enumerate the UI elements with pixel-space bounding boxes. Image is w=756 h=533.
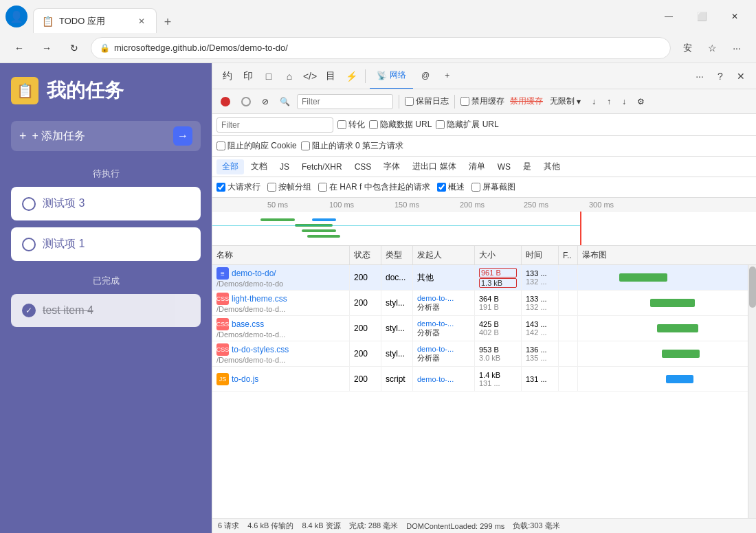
preserve-log-checkbox[interactable] — [405, 97, 414, 106]
tab-at[interactable]: @ — [414, 63, 436, 89]
title-bar: 👤 📋 TODO 应用 ✕ + — ⬜ ✕ — [0, 0, 756, 33]
export-har-button[interactable]: ↑ — [603, 94, 615, 109]
cell-waterfall — [578, 291, 748, 315]
type-ws-button[interactable]: WS — [492, 159, 516, 174]
nav-right-icons: 安 ☆ ··· — [676, 37, 748, 59]
hide-ext-url-checkbox[interactable] — [436, 120, 445, 129]
back-button[interactable]: ← — [8, 37, 30, 59]
wf-bar — [657, 324, 698, 332]
devtools-more-button[interactable]: ··· — [690, 67, 709, 86]
invert-checkbox[interactable] — [337, 120, 346, 129]
type-filter-bar: 阻止的响应 Cookie 阻止的请求 0 第三方请求 — [212, 136, 756, 157]
blocked-requests-label: 阻止的请求 0 第三方请求 — [301, 140, 403, 152]
filter-input[interactable] — [297, 94, 393, 109]
clear-icon — [241, 97, 251, 106]
favorites-button[interactable]: ☆ — [701, 37, 723, 59]
tab-plus[interactable]: + — [438, 63, 456, 89]
url-filter-input[interactable] — [216, 117, 333, 133]
list-item[interactable]: ✓ test item 4 — [11, 294, 201, 327]
task-checkbox-checked[interactable]: ✓ — [22, 304, 36, 317]
table-row[interactable]: CSS light-theme.css /Demos/demo-to-d... … — [212, 291, 748, 316]
task-text: 测试项 3 — [43, 196, 85, 211]
task-checkbox[interactable] — [22, 238, 36, 251]
devtools-memory-tab[interactable]: ⚡ — [342, 67, 361, 86]
devtools-home-tab[interactable]: ⌂ — [280, 67, 299, 86]
active-tab[interactable]: 📋 TODO 应用 ✕ — [33, 8, 157, 33]
large-rows-text: 大请求行 — [227, 181, 260, 193]
doc-icon: ≡ — [216, 267, 229, 280]
new-tab-button[interactable]: + — [157, 11, 179, 33]
type-font-button[interactable]: 字体 — [378, 159, 405, 174]
throttle-dropdown[interactable]: 无限制 ▾ — [546, 94, 585, 109]
cell-time: 133 ... 132 ... — [522, 265, 559, 290]
type-js-button[interactable]: JS — [274, 159, 295, 174]
type-fetch-button[interactable]: Fetch/XHR — [296, 159, 348, 174]
overview-checkbox[interactable] — [437, 183, 446, 192]
add-task-button[interactable]: + + 添加任务 → — [11, 121, 201, 151]
blocked-requests-checkbox[interactable] — [301, 141, 310, 150]
table-row[interactable]: CSS base.css /Demos/demo-to-d... 200 sty… — [212, 316, 748, 341]
task-checkbox[interactable] — [22, 197, 36, 211]
search-button[interactable]: 🔍 — [276, 94, 294, 109]
restore-button[interactable]: ⬜ — [686, 4, 718, 29]
refresh-button[interactable]: ↻ — [63, 37, 85, 59]
clear-button[interactable] — [237, 94, 255, 109]
type-other-button[interactable]: 其他 — [538, 159, 566, 174]
screenshots-checkbox[interactable] — [471, 183, 480, 192]
wf-bar — [666, 375, 693, 383]
todo-app-icon: 📋 — [11, 77, 38, 104]
forward-button[interactable]: → — [36, 37, 58, 59]
size-primary: 953 B — [479, 345, 517, 354]
devtools-elements-tab[interactable]: </> — [300, 67, 320, 86]
list-item[interactable]: 测试项 1 — [11, 227, 201, 261]
settings-button[interactable]: ⚙ — [633, 94, 649, 109]
task-text-completed: test item 4 — [43, 304, 93, 317]
scrollbar-track[interactable] — [748, 265, 756, 518]
table-row[interactable]: CSS to-do-styles.css /Demos/demo-to-d...… — [212, 341, 748, 367]
close-button[interactable]: ✕ — [719, 4, 751, 29]
devtools-sources-tab[interactable]: □ — [259, 67, 278, 86]
type-manifest-button[interactable]: 清单 — [463, 159, 491, 174]
devtools-inspector-tab[interactable]: 约 — [218, 67, 237, 86]
group-frame-checkbox[interactable] — [267, 183, 276, 192]
minimize-button[interactable]: — — [653, 4, 685, 29]
har-info-checkbox[interactable] — [318, 183, 327, 192]
more-button[interactable]: ··· — [726, 37, 748, 59]
type-all-button[interactable]: 全部 — [216, 159, 244, 174]
profile-icon[interactable]: 👤 — [5, 5, 27, 27]
type-doc-button[interactable]: 文档 — [245, 159, 273, 174]
type-media-button[interactable]: 进出口 媒体 — [407, 159, 461, 174]
devtools-perf-tab[interactable]: 目 — [321, 67, 340, 86]
table-row[interactable]: JS to-do.js 200 script demo-to-... — [212, 367, 748, 392]
col-header-f: F.. — [559, 246, 578, 264]
cell-initiator: demo-to-... 分析器 — [413, 341, 475, 366]
cell-size: 953 B 3.0 kB — [475, 341, 522, 366]
record-button[interactable] — [216, 94, 234, 109]
address-bar[interactable]: 🔒 microsoftedge.github.io/Demos/demo-to-… — [91, 37, 671, 59]
security-button[interactable]: 安 — [676, 37, 698, 59]
import-har-button[interactable]: ↓ — [588, 94, 600, 109]
blocked-cookies-checkbox[interactable] — [216, 141, 225, 150]
filter-toggle-button[interactable]: ⊘ — [258, 94, 273, 109]
devtools-console-tab[interactable]: 印 — [238, 67, 258, 86]
overview-text: 概述 — [448, 181, 465, 193]
table-row[interactable]: ≡ demo-to-do/ /Demos/demo-to-do 200 doc.… — [212, 265, 748, 291]
hide-data-url-checkbox[interactable] — [369, 120, 378, 129]
initiator-type: 分析器 — [417, 328, 470, 338]
lock-icon: 🔒 — [100, 43, 110, 53]
list-item[interactable]: 测试项 3 — [11, 187, 201, 220]
disable-cache-checkbox[interactable] — [460, 97, 469, 106]
scrollbar-thumb[interactable] — [749, 266, 756, 308]
devtools-close-button[interactable]: ✕ — [731, 67, 751, 86]
type-yes-button[interactable]: 是 — [518, 159, 537, 174]
clear-cache-button[interactable]: ↓ — [618, 94, 630, 109]
devtools-help-button[interactable]: ? — [711, 67, 730, 86]
col-header-waterfall: 瀑布图 — [578, 246, 748, 264]
large-rows-checkbox[interactable] — [216, 183, 225, 192]
type-css-button[interactable]: CSS — [349, 159, 377, 174]
cell-f — [559, 367, 578, 391]
tab-close-button[interactable]: ✕ — [135, 15, 148, 27]
devtools-panel: 约 印 □ ⌂ </> 目 ⚡ 📡 网络 @ + ··· ? ✕ — [212, 63, 756, 533]
col-header-name: 名称 — [212, 246, 350, 264]
tab-network[interactable]: 📡 网络 — [370, 63, 413, 89]
